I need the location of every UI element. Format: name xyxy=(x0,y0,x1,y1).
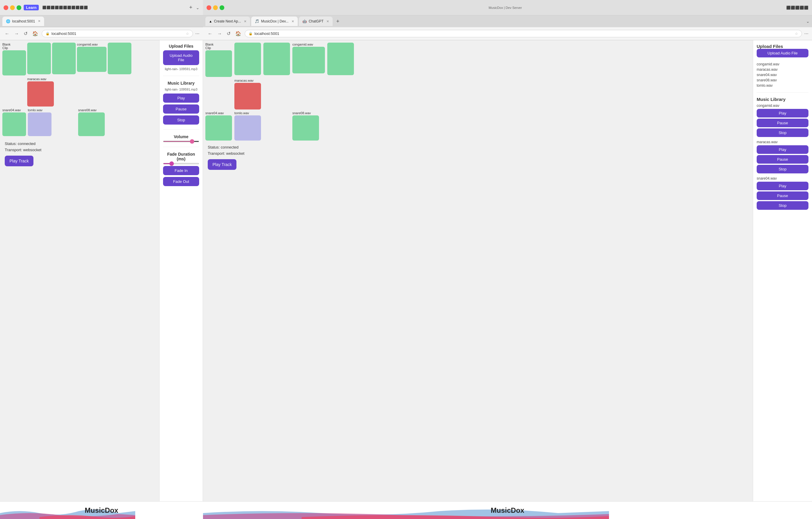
right-home-button[interactable]: 🏠 xyxy=(234,30,242,37)
right-status-area: Status: connected Transport: websocket P… xyxy=(205,142,750,172)
lock-icon: 🔒 xyxy=(46,32,50,35)
tab-close-chatgpt[interactable]: ✕ xyxy=(326,20,329,23)
right-status-transport: Transport: websocket xyxy=(208,151,748,157)
back-button[interactable]: ← xyxy=(4,30,11,37)
bookmark-icon[interactable]: ☆ xyxy=(186,32,189,36)
right-track-3-stop[interactable]: Stop xyxy=(757,201,808,210)
drum-pad-2[interactable] xyxy=(27,42,51,74)
right-drum-pad-tomlo[interactable] xyxy=(234,115,261,141)
right-new-tab-button[interactable]: + xyxy=(334,18,342,25)
fade-out-button[interactable]: Fade Out xyxy=(163,177,199,186)
tab-chatgpt[interactable]: 🤖 ChatGPT ✕ xyxy=(299,17,332,26)
right-upload-title: Upload Files xyxy=(757,44,808,49)
tab-musicdox-dev[interactable]: 🎵 MusicDox | Dev... ✕ xyxy=(251,17,298,26)
right-pad-label-maracas: maracas.wav xyxy=(234,79,254,82)
maximize-button[interactable] xyxy=(17,5,21,10)
right-track-1-play[interactable]: Play xyxy=(757,109,808,117)
file-item-congamid: congamid.wav xyxy=(757,62,808,67)
volume-slider[interactable] xyxy=(163,141,199,142)
right-close-button[interactable] xyxy=(207,5,211,10)
right-track-snare04: snare04.wav Play Pause Stop xyxy=(757,176,808,211)
pad-label: Clip xyxy=(2,46,8,50)
stop-button[interactable]: Stop xyxy=(163,115,199,124)
tab-favicon-nextjs: ▲ xyxy=(209,20,212,23)
drum-pad-tomlo[interactable] xyxy=(28,112,52,136)
right-back-button[interactable]: ← xyxy=(207,30,214,37)
footer-waves-right xyxy=(203,507,609,519)
tab-close-musicdox[interactable]: ✕ xyxy=(291,20,294,23)
right-drum-pad-snare08[interactable] xyxy=(292,115,319,141)
drum-row-1: Blank Clip congamid.wav xyxy=(2,42,157,76)
right-play-track-button[interactable]: Play Track xyxy=(208,159,236,170)
fade-title: Fade Duration (ms) xyxy=(163,152,199,161)
tab-close-icon[interactable]: ✕ xyxy=(38,19,40,23)
fade-section: Fade Duration (ms) Fade In Fade Out xyxy=(163,152,199,186)
right-drum-pad-5[interactable] xyxy=(327,42,354,75)
pause-button[interactable]: Pause xyxy=(163,105,199,114)
drum-pad-5[interactable] xyxy=(108,42,132,74)
right-drum-pad-3[interactable] xyxy=(263,42,290,75)
play-button[interactable]: Play xyxy=(163,93,199,103)
upload-audio-button[interactable]: Upload Audio File xyxy=(163,50,199,65)
right-drum-pad-maracas[interactable] xyxy=(234,83,261,110)
right-address-bar: ← → ↺ 🏠 🔒 localhost:5001 ☆ ⋯ xyxy=(203,27,812,40)
drum-pad-snare08[interactable] xyxy=(78,112,105,136)
right-drum-pad-congamid[interactable] xyxy=(292,47,325,74)
music-library-file: light-rain- 109591.mp3 xyxy=(163,87,199,91)
minimize-button[interactable] xyxy=(10,5,15,10)
right-pad-label-tomlo: tomlo.wav xyxy=(234,111,249,115)
right-track-2-play[interactable]: Play xyxy=(757,145,808,154)
right-drum-row-2: maracas.wav xyxy=(205,79,750,110)
forward-button[interactable]: → xyxy=(13,30,20,37)
center-panel: Upload Files Upload Audio File light-rai… xyxy=(159,40,203,501)
right-track-3-play[interactable]: Play xyxy=(757,182,808,190)
right-pad-label-congamid: congamid.wav xyxy=(292,42,313,46)
upload-section: Upload Files Upload Audio File light-rai… xyxy=(163,44,199,71)
left-play-track-button[interactable]: Play Track xyxy=(5,156,33,166)
tab-label-chatgpt: ChatGPT xyxy=(309,19,323,23)
right-track-1-stop[interactable]: Stop xyxy=(757,128,808,137)
close-button[interactable] xyxy=(4,5,8,10)
right-drum-pad-2[interactable] xyxy=(234,42,261,75)
fade-in-button[interactable]: Fade In xyxy=(163,166,199,175)
pad-label-snare08: snare08.wav xyxy=(78,108,96,112)
learn-badge[interactable]: Learn xyxy=(24,5,39,10)
chevron-down-icon[interactable]: ⌄ xyxy=(196,5,199,10)
file-item-tomlo: tomlo.wav xyxy=(757,83,808,88)
right-reload-button[interactable]: ↺ xyxy=(226,30,232,37)
right-tab-chevron[interactable]: ⌄ xyxy=(806,19,810,24)
right-track-2-pause[interactable]: Pause xyxy=(757,155,808,164)
right-minimize-button[interactable] xyxy=(213,5,218,10)
right-toolbar-icons: ⬛⬛⬛⬛⬛ xyxy=(786,6,808,10)
right-maximize-button[interactable] xyxy=(220,5,224,10)
address-input[interactable]: 🔒 localhost:5001 ☆ xyxy=(42,30,193,37)
tab-close-nextapp[interactable]: ✕ xyxy=(244,20,246,23)
right-address-input[interactable]: 🔒 localhost:5001 ☆ xyxy=(245,30,802,37)
right-upload-audio-button[interactable]: Upload Audio File xyxy=(757,49,808,57)
right-bookmark-icon[interactable]: ☆ xyxy=(795,32,798,36)
left-footer-brand: MusicDox xyxy=(85,506,118,515)
tab-create-next-app[interactable]: ▲ Create Next Ap... ✕ xyxy=(205,17,250,26)
drum-pad-blank-clip[interactable] xyxy=(2,50,26,76)
right-forward-button[interactable]: → xyxy=(216,30,223,37)
drum-pad-3[interactable] xyxy=(52,42,76,74)
right-track-3-name: snare04.wav xyxy=(757,176,808,180)
new-tab-button[interactable]: + xyxy=(189,4,192,11)
right-footer: MusicDox xyxy=(203,501,812,519)
right-track-1-name: congamid.wav xyxy=(757,104,808,108)
right-pad-label-snare08: snare08.wav xyxy=(292,111,311,115)
home-button[interactable]: 🏠 xyxy=(31,30,39,37)
drum-pad-snare04[interactable] xyxy=(2,112,26,136)
right-drum-pad-blank[interactable] xyxy=(205,50,232,77)
upload-title: Upload Files xyxy=(163,44,199,49)
volume-section: Volume xyxy=(163,134,199,142)
fade-slider[interactable] xyxy=(163,163,199,164)
right-track-2-stop[interactable]: Stop xyxy=(757,165,808,173)
reload-button[interactable]: ↺ xyxy=(23,30,29,37)
right-track-3-pause[interactable]: Pause xyxy=(757,192,808,200)
right-drum-pad-snare04[interactable] xyxy=(205,115,232,141)
drum-pad-maracas[interactable] xyxy=(27,81,54,107)
drum-pad-congamid[interactable] xyxy=(77,47,107,72)
right-track-1-pause[interactable]: Pause xyxy=(757,119,808,127)
tab-localhost[interactable]: 🌐 localhost:5001 ✕ xyxy=(2,17,44,26)
